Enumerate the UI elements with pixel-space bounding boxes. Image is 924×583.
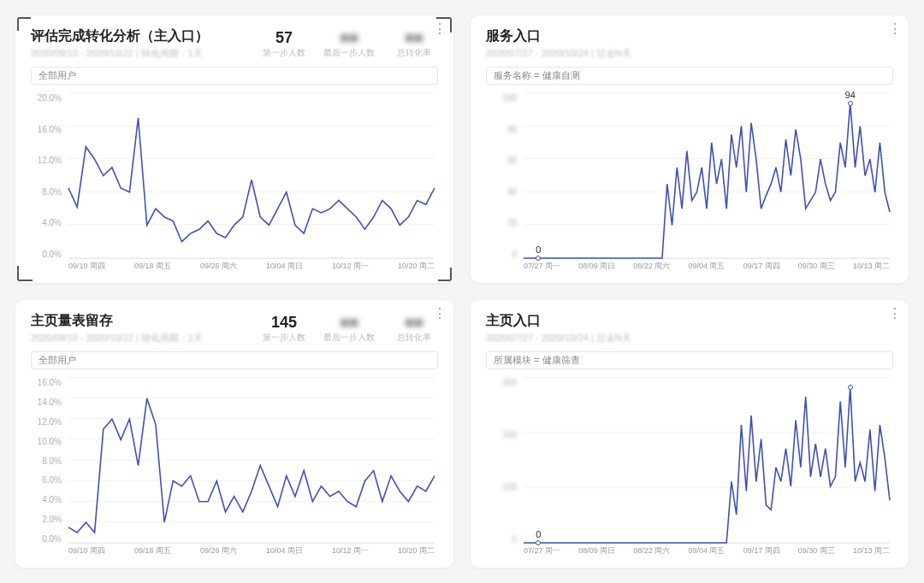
- card-title: 服务入口: [486, 27, 893, 45]
- x-axis: 07/27 周一08/09 周日08/22 周六09/04 周五09/17 周四…: [524, 545, 890, 561]
- metric-value: 145: [271, 314, 297, 332]
- card-title: 主页入口: [486, 312, 893, 330]
- metric-label: 总转化率: [397, 332, 431, 344]
- more-icon[interactable]: ⋮: [433, 307, 447, 321]
- card-homepage-retention[interactable]: ⋮ 主页量表留存 2020/09/10 - 2020/10/22 | 转化周期：…: [15, 300, 453, 568]
- line-series: [524, 93, 890, 258]
- peak-label: 94: [844, 90, 857, 100]
- filter-tag[interactable]: 服务名称 = 健康自测: [486, 67, 893, 85]
- dashboard-grid: ⋮ 评估完成转化分析（主入口） 2020/09/10 - 2020/10/22 …: [15, 15, 909, 568]
- metric-value: ■■: [405, 29, 424, 47]
- line-series: [68, 378, 435, 543]
- x-axis: 09/10 周四09/18 周五09/26 周六10/04 周日10/12 周一…: [68, 545, 435, 561]
- card-metrics: 145第一步人数 ■■最后一步人数 ■■总转化率: [260, 312, 438, 344]
- filter-tag[interactable]: 所属模块 = 健康筛查: [486, 351, 893, 369]
- peak-marker: [848, 101, 853, 106]
- more-icon[interactable]: ⋮: [888, 22, 902, 36]
- y-axis: 20.0%16.0%12.0%8.0%4.0%0.0%: [31, 93, 65, 259]
- metric-label: 最后一步人数: [323, 47, 375, 59]
- card-conversion-analysis[interactable]: ⋮ 评估完成转化分析（主入口） 2020/09/10 - 2020/10/22 …: [15, 15, 453, 283]
- card-subtitle: 2020/07/27 - 2020/10/24 | 过去N天: [486, 332, 893, 344]
- x-axis: 07/27 周一08/09 周日08/22 周六09/04 周五09/17 周四…: [524, 261, 890, 276]
- metric-value: ■■: [340, 314, 358, 332]
- card-title: 评估完成转化分析（主入口）: [31, 27, 209, 45]
- y-axis: 100806040200: [486, 93, 520, 259]
- metric-value: ■■: [405, 314, 424, 332]
- metric-value: 57: [275, 29, 293, 47]
- chart-area: 16.0%14.0%12.0%10.0%8.0%6.0%4.0%2.0%0.0%…: [31, 378, 438, 561]
- metric-label: 总转化率: [397, 47, 431, 59]
- card-title: 主页量表留存: [31, 312, 203, 330]
- line-series: [524, 378, 890, 543]
- plot-area: 0: [524, 378, 890, 544]
- card-subtitle: 2020/09/10 - 2020/10/22 | 转化周期：1天: [31, 47, 209, 60]
- plot-area: [68, 93, 435, 259]
- metric-label: 第一步人数: [263, 47, 305, 59]
- card-service-entry[interactable]: ⋮ 服务入口 2020/07/27 - 2020/10/24 | 过去N天 服务…: [471, 15, 909, 283]
- metric-label: 最后一步人数: [323, 332, 375, 344]
- line-series: [68, 93, 435, 258]
- plot-area: 094: [524, 93, 890, 259]
- data-point-label: 0: [534, 529, 542, 539]
- chart-area: 10080604020009407/27 周一08/09 周日08/22 周六0…: [486, 93, 893, 276]
- more-icon[interactable]: ⋮: [433, 22, 447, 36]
- chart-area: 3002001000007/27 周一08/09 周日08/22 周六09/04…: [486, 378, 893, 561]
- peak-marker: [848, 385, 853, 390]
- card-homepage-entry[interactable]: ⋮ 主页入口 2020/07/27 - 2020/10/24 | 过去N天 所属…: [471, 300, 909, 568]
- card-subtitle: 2020/09/10 - 2020/10/22 | 转化周期：1天: [31, 332, 203, 344]
- y-axis: 16.0%14.0%12.0%10.0%8.0%6.0%4.0%2.0%0.0%: [31, 378, 65, 544]
- more-icon[interactable]: ⋮: [888, 307, 902, 321]
- card-metrics: 57第一步人数 ■■最后一步人数 ■■总转化率: [260, 27, 438, 59]
- metric-value: ■■: [340, 29, 358, 47]
- card-subtitle: 2020/07/27 - 2020/10/24 | 过去N天: [486, 47, 893, 60]
- chart-area: 20.0%16.0%12.0%8.0%4.0%0.0%09/10 周四09/18…: [31, 93, 438, 276]
- plot-area: [68, 378, 435, 544]
- y-axis: 3002001000: [486, 378, 520, 544]
- metric-label: 第一步人数: [263, 332, 305, 344]
- data-point-label: 0: [534, 244, 542, 255]
- filter-tag[interactable]: 全部用户: [31, 351, 438, 369]
- filter-tag[interactable]: 全部用户: [31, 67, 438, 85]
- x-axis: 09/10 周四09/18 周五09/26 周六10/04 周日10/12 周一…: [68, 261, 435, 276]
